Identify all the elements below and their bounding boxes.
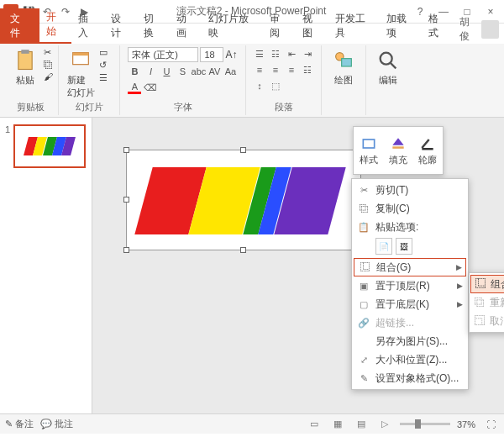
new-slide-button[interactable]: 新建 幻灯片 <box>64 47 97 101</box>
tab-animations[interactable]: 动画 <box>170 8 202 44</box>
clear-format-icon[interactable]: ⌫ <box>144 81 157 94</box>
tab-insert[interactable]: 插入 <box>71 8 104 44</box>
link-icon: 🔗 <box>357 316 370 329</box>
columns-icon[interactable]: ☷ <box>301 63 314 76</box>
tab-developer[interactable]: 开发工具 <box>328 8 380 44</box>
menu-send-back[interactable]: ▢置于底层(K)▶ <box>352 295 468 313</box>
tab-transitions[interactable]: 切换 <box>137 8 170 44</box>
paste-button[interactable]: 粘贴 <box>8 47 42 88</box>
menu-copy[interactable]: ⿻复制(C) <box>352 199 468 218</box>
account-area[interactable]: 胡俊 <box>454 15 504 44</box>
drawing-button[interactable]: 绘图 <box>327 47 360 88</box>
cut-icon[interactable]: ✂ <box>44 47 53 58</box>
bullets-icon[interactable]: ☰ <box>253 47 266 61</box>
align-center-icon[interactable]: ≡ <box>269 63 282 76</box>
menu-save-as-picture[interactable]: 另存为图片(S)... <box>352 332 468 350</box>
svg-rect-8 <box>363 140 374 148</box>
group-slides: 新建 幻灯片 ▭ ↺ ☰ 幻灯片 <box>59 45 120 115</box>
group-icon: ⿺ <box>358 261 371 274</box>
paste-keep-source-icon[interactable]: 📄 <box>375 238 392 255</box>
resize-handle-icon[interactable] <box>123 247 129 253</box>
mini-toolbar: 样式 填充 轮廓 <box>353 126 444 175</box>
group-clipboard: 粘贴 ✂ ⿻ 🖌 剪贴板 <box>3 45 59 115</box>
smartart-icon[interactable]: ⬚ <box>269 79 282 92</box>
paste-picture-icon[interactable]: 🖼 <box>396 238 412 255</box>
fit-window-icon[interactable]: ⛶ <box>482 418 499 431</box>
outline-button[interactable]: 轮廓 <box>413 127 443 174</box>
font-name-combo[interactable]: 宋体 (正文) <box>128 47 198 62</box>
group-label: 段落 <box>275 101 293 113</box>
resize-handle-icon[interactable] <box>240 247 246 253</box>
grow-font-icon[interactable]: A↑ <box>225 49 237 61</box>
menu-format-object[interactable]: ✎设置对象格式(O)... <box>352 369 468 387</box>
italic-icon[interactable]: I <box>144 65 157 78</box>
submenu-group[interactable]: ⿺组合(G) <box>470 275 504 293</box>
case-icon[interactable]: Aa <box>223 65 237 78</box>
menu-bring-front[interactable]: ▣置于顶层(R)▶ <box>352 276 468 295</box>
underline-icon[interactable]: U <box>160 65 173 78</box>
tab-format[interactable]: 格式 <box>422 8 454 44</box>
tab-addins[interactable]: 加载项 <box>380 8 422 44</box>
slideshow-view-icon[interactable]: ▷ <box>376 418 393 431</box>
slide-thumbnail[interactable] <box>13 124 86 168</box>
resize-handle-icon[interactable] <box>123 147 129 153</box>
menu-hyperlink[interactable]: 🔗超链接... <box>352 313 468 332</box>
tab-review[interactable]: 审阅 <box>263 8 296 44</box>
tab-slideshow[interactable]: 幻灯片放映 <box>202 8 263 44</box>
zoom-level[interactable]: 37% <box>457 419 475 429</box>
style-button[interactable]: 样式 <box>354 127 383 174</box>
zoom-slider[interactable] <box>400 423 450 425</box>
strike-icon[interactable]: S <box>176 65 189 78</box>
menu-cut[interactable]: ✂剪切(T) <box>352 181 468 199</box>
tab-design[interactable]: 设计 <box>104 8 137 44</box>
section-icon[interactable]: ☰ <box>99 72 114 83</box>
selected-shape-group[interactable] <box>126 150 361 250</box>
editing-button[interactable]: 编辑 <box>371 47 405 88</box>
ribbon: 粘贴 ✂ ⿻ 🖌 剪贴板 新建 幻灯片 ▭ ↺ ☰ 幻灯片 <box>0 44 504 118</box>
reset-icon[interactable]: ↺ <box>99 60 114 71</box>
numbering-icon[interactable]: ☷ <box>269 47 282 61</box>
parallelogram-shapes <box>144 167 337 234</box>
group-icon: ⿺ <box>475 278 486 290</box>
tab-view[interactable]: 视图 <box>296 8 328 44</box>
tab-home[interactable]: 开始 <box>39 7 72 44</box>
align-right-icon[interactable]: ≡ <box>285 63 298 76</box>
zoom-thumb-icon[interactable] <box>415 419 421 429</box>
resize-handle-icon[interactable] <box>123 197 129 203</box>
notes-button[interactable]: ✎备注 <box>5 418 34 430</box>
regroup-icon: ⿻ <box>475 297 485 308</box>
workspace: 1 <box>0 118 504 413</box>
indent-dec-icon[interactable]: ⇤ <box>285 47 298 61</box>
resize-handle-icon[interactable] <box>240 147 246 153</box>
reading-view-icon[interactable]: ▤ <box>353 418 370 431</box>
menu-group[interactable]: ⿺组合(G)▶ <box>354 258 466 276</box>
submenu-regroup: ⿻重新组合(E) <box>470 293 504 312</box>
align-left-icon[interactable]: ≡ <box>253 63 266 76</box>
svg-rect-5 <box>342 59 352 66</box>
group-label: 幻灯片 <box>76 101 103 113</box>
font-size-combo[interactable]: 18 <box>200 47 223 62</box>
svg-rect-10 <box>392 146 403 149</box>
menu-size-position[interactable]: ⤢大小和位置(Z)... <box>352 350 468 369</box>
spacing-icon[interactable]: AV <box>207 65 221 78</box>
layout-icon[interactable]: ▭ <box>99 47 114 58</box>
sorter-view-icon[interactable]: ▦ <box>329 418 346 431</box>
slide-canvas[interactable]: 样式 填充 轮廓 ✂剪切(T) ⿻复制(C) 📋粘贴选项: 📄 🖼 ⿺组合(G)… <box>92 118 504 413</box>
group-label: 剪贴板 <box>17 101 45 113</box>
comments-button[interactable]: 💬批注 <box>40 418 73 430</box>
ribbon-tabstrip: 文件 开始 插入 设计 切换 动画 幻灯片放映 审阅 视图 开发工具 加载项 格… <box>0 24 504 44</box>
format-painter-icon[interactable]: 🖌 <box>44 71 53 82</box>
shadow-icon[interactable]: abc <box>192 65 205 78</box>
direction-icon[interactable]: ↕ <box>253 79 266 92</box>
tab-file[interactable]: 文件 <box>0 8 39 44</box>
notes-icon: ✎ <box>5 419 13 429</box>
bold-icon[interactable]: B <box>128 65 141 78</box>
context-menu: ✂剪切(T) ⿻复制(C) 📋粘贴选项: 📄 🖼 ⿺组合(G)▶ ▣置于顶层(R… <box>351 178 469 390</box>
indent-inc-icon[interactable]: ⇥ <box>301 47 314 61</box>
copy-icon[interactable]: ⿻ <box>44 60 53 70</box>
bring-front-icon: ▣ <box>357 279 370 292</box>
normal-view-icon[interactable]: ▭ <box>306 418 323 431</box>
fill-button[interactable]: 填充 <box>383 127 412 174</box>
font-color-icon[interactable]: A <box>128 81 141 94</box>
submenu-arrow-icon: ▶ <box>457 282 463 290</box>
